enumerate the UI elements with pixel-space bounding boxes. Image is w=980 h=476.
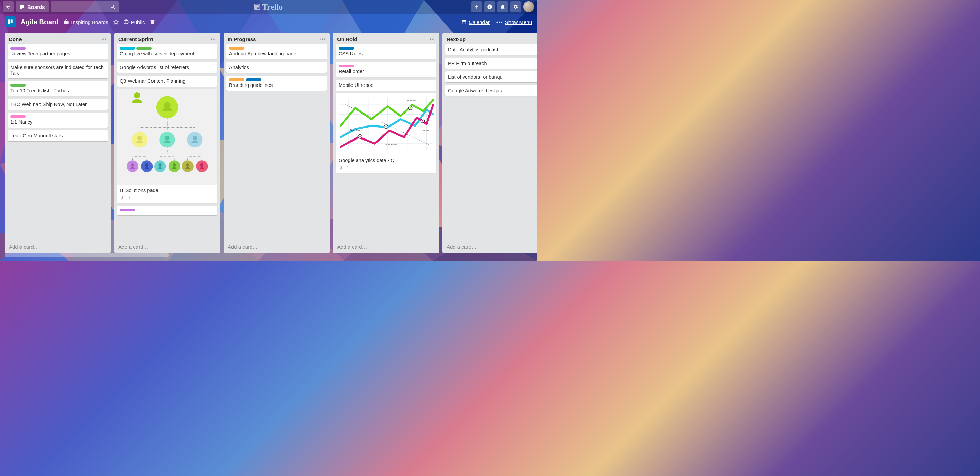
list-title[interactable]: In Progress [228, 36, 256, 42]
card[interactable]: PR Firm outreach [445, 58, 537, 69]
card[interactable]: Nulla pulvinar Aliquam hendrerit Sed arc… [336, 93, 436, 173]
card-title: IT Solutions page [120, 188, 215, 193]
card-label[interactable] [10, 115, 25, 118]
search-input[interactable] [51, 2, 119, 12]
card[interactable]: Q3 Webinar Content Planning [117, 76, 218, 86]
attachment-count: 1 [347, 165, 349, 170]
card[interactable]: Data Analytics podcast [445, 44, 537, 55]
card[interactable]: IT Solutions page 1 [117, 89, 218, 203]
star-icon [113, 19, 119, 25]
add-card-button[interactable]: Add a card… [114, 240, 220, 253]
card[interactable]: Analytics [226, 62, 327, 73]
info-button[interactable] [484, 2, 495, 12]
add-card-button[interactable]: Add a card… [5, 240, 111, 253]
card-title: Going live with server deployment [120, 51, 215, 56]
board-canvas[interactable]: Done •••Review Tech partner pagesMake su… [0, 30, 537, 253]
card[interactable]: List of vendors for banqu [445, 72, 537, 83]
card-label[interactable] [339, 65, 354, 67]
svg-rect-32 [20, 5, 22, 9]
list-menu-button[interactable]: ••• [430, 37, 435, 42]
inspiring-boards-button[interactable]: Inspiring Boards [64, 19, 108, 25]
card-labels [10, 47, 105, 49]
card-title: Google Adwords list of referrers [120, 65, 215, 70]
list-title[interactable]: Next-up [447, 36, 466, 42]
brand-logo[interactable]: Trello [254, 2, 283, 12]
card-label[interactable] [229, 78, 245, 81]
card-label[interactable] [120, 209, 135, 211]
card-title: Data Analytics podcast [448, 47, 537, 53]
card[interactable]: Android App new landing page [226, 44, 327, 59]
card[interactable]: Mobile UI reboot [336, 80, 436, 91]
card-label[interactable] [246, 78, 261, 81]
card-title: Android App new landing page [229, 51, 324, 56]
card-title: Mobile UI reboot [339, 83, 434, 88]
settings-button[interactable] [510, 2, 521, 12]
svg-point-67 [131, 164, 134, 167]
boards-button[interactable]: Boards [16, 2, 49, 12]
add-card-button[interactable]: Add a card… [442, 240, 537, 253]
list: On Hold •••CSS RulesRetail orderMobile U… [333, 33, 439, 253]
card-badges: 1 [120, 195, 215, 201]
svg-text:Nulla pulvinar: Nulla pulvinar [350, 129, 360, 131]
show-menu-button[interactable]: ••• Show Menu [496, 19, 532, 25]
card-title: PR Firm outreach [448, 60, 537, 66]
board-title[interactable]: Agile Board [21, 18, 59, 26]
list-menu-button[interactable]: ••• [211, 37, 216, 42]
card[interactable]: Review Tech partner pages [8, 44, 108, 59]
briefcase-icon [64, 19, 69, 25]
card-label[interactable] [10, 84, 25, 86]
svg-text:Aliquam hendrerit: Aliquam hendrerit [384, 144, 397, 146]
list: In Progress •••Android App new landing p… [224, 33, 329, 253]
card[interactable]: CSS Rules [336, 44, 436, 59]
horizontal-scrollbar[interactable] [5, 253, 169, 257]
card[interactable]: Make sure sponsors are indicated for Tec… [8, 62, 108, 78]
add-card-button[interactable]: Add a card… [333, 240, 439, 253]
card[interactable]: TBC Webinar: Ship Now, Not Later [8, 99, 108, 110]
list-menu-button[interactable]: ••• [320, 37, 326, 42]
info-icon [487, 4, 492, 10]
card[interactable] [117, 206, 218, 215]
card-title: TBC Webinar: Ship Now, Not Later [10, 102, 105, 107]
card[interactable]: Branding guidelines [226, 76, 327, 91]
card-label[interactable] [339, 47, 354, 49]
list-title[interactable]: On Hold [337, 36, 357, 42]
star-button[interactable] [113, 19, 119, 25]
visibility-button[interactable]: Public [123, 19, 145, 25]
card[interactable]: Retail order [336, 62, 436, 77]
list-menu-button[interactable]: ••• [101, 37, 107, 42]
card-labels [229, 47, 324, 49]
card[interactable]: Google Adwords list of referrers [117, 62, 218, 73]
card[interactable]: Lead Gen Mandrill stats [8, 130, 108, 141]
card[interactable]: 1:1 Nancy [8, 113, 108, 127]
card[interactable]: Google Adwords best pra [445, 85, 537, 96]
card-label[interactable] [137, 47, 152, 49]
notifications-button[interactable] [497, 2, 508, 12]
svg-point-75 [186, 164, 189, 167]
list-header: Done ••• [5, 33, 111, 44]
list-title[interactable]: Done [9, 36, 22, 42]
add-card-button[interactable]: Add a card… [224, 240, 329, 253]
svg-point-90 [360, 136, 361, 137]
back-button[interactable] [3, 2, 14, 12]
svg-point-73 [173, 164, 176, 167]
svg-rect-36 [258, 5, 259, 8]
card-label[interactable] [120, 47, 135, 49]
card-label[interactable] [10, 47, 25, 49]
list-title[interactable]: Current Sprint [118, 36, 153, 42]
svg-point-71 [158, 164, 161, 167]
card-title: Review Tech partner pages [10, 51, 105, 56]
bell-icon [500, 4, 505, 10]
svg-point-49 [137, 136, 142, 140]
user-avatar[interactable] [523, 2, 534, 12]
create-button[interactable] [471, 2, 482, 12]
attachment-icon [339, 166, 343, 170]
archive-button[interactable] [150, 19, 155, 25]
calendar-button[interactable]: Calendar [461, 19, 490, 25]
card[interactable]: Top 10 Trends list - Forbes [8, 81, 108, 96]
search-icon [110, 4, 116, 10]
attachment-count: 1 [128, 195, 130, 201]
card-label[interactable] [229, 47, 245, 49]
card[interactable]: Going live with server deployment [117, 44, 218, 59]
card-labels [120, 47, 215, 49]
svg-point-92 [385, 126, 387, 127]
